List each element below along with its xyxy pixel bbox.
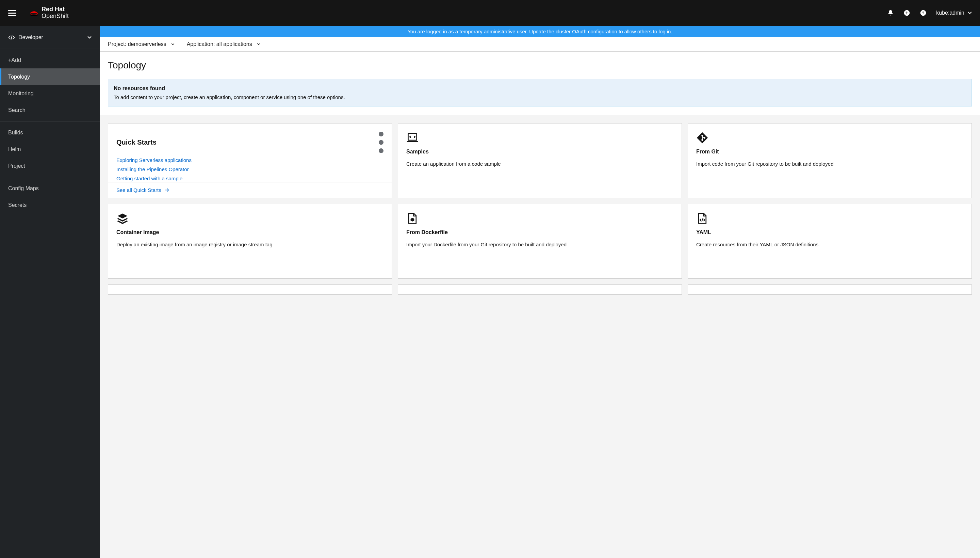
nav-item-configmaps[interactable]: Config Maps [0,180,100,197]
qs-link-pipelines[interactable]: Installing the Pipelines Operator [117,166,384,172]
qs-link-serverless[interactable]: Exploring Serverless applications [117,157,384,163]
nav-item-helm[interactable]: Helm [0,141,100,158]
application-dropdown[interactable]: Application: all applications [187,41,260,47]
card-title: Samples [406,149,673,155]
svg-point-7 [379,148,384,153]
masthead: Red Hat OpenShift ? kube:admin [0,0,980,26]
git-icon [696,132,708,144]
nav-item-secrets[interactable]: Secrets [0,197,100,213]
add-icon[interactable] [903,10,910,16]
card-desc: Import your Dockerfile from your Git rep… [406,241,673,249]
user-menu[interactable]: kube:admin [936,10,972,16]
perspective-label: Developer [18,34,43,41]
help-icon[interactable]: ? [920,10,927,16]
kebab-menu-icon[interactable] [379,132,384,153]
sidebar: Developer +Add Topology Monitoring Searc… [0,26,100,558]
oauth-config-link[interactable]: cluster OAuth configuration [556,29,617,34]
notifications-icon[interactable] [887,10,894,16]
qs-link-sample[interactable]: Getting started with a sample [117,176,384,181]
layers-icon [117,212,129,225]
nav-item-monitoring[interactable]: Monitoring [0,85,100,102]
file-cube-icon [406,212,419,225]
file-code-icon [696,212,708,225]
redhat-fedora-icon [29,10,39,16]
card-title: Container Image [117,229,384,235]
card-stub[interactable] [108,284,392,295]
context-toolbar: Project: demoserverless Application: all… [100,37,980,52]
svg-point-1 [30,13,38,15]
card-quickstarts: Quick Starts Exploring Serverless applic… [108,123,392,198]
chevron-down-icon [257,43,260,45]
card-stub[interactable] [688,284,972,295]
code-icon [8,34,15,41]
nav-item-topology[interactable]: Topology [0,68,100,85]
card-title: From Dockerfile [406,229,673,235]
card-desc: Import code from your Git repository to … [696,160,963,168]
card-title: From Git [696,149,963,155]
chevron-down-icon [171,43,174,45]
info-text: To add content to your project, create a… [114,94,966,100]
chevron-down-icon [968,11,972,14]
brand-line1: Red Hat [41,6,69,13]
arrow-right-icon [165,188,169,192]
card-title: YAML [696,229,963,235]
nav-item-builds[interactable]: Builds [0,124,100,141]
nav-item-search[interactable]: Search [0,102,100,118]
hamburger-menu-button[interactable] [8,9,16,17]
project-dropdown[interactable]: Project: demoserverless [108,41,174,47]
cards-grid: Quick Starts Exploring Serverless applic… [100,115,980,303]
nav-item-add[interactable]: +Add [0,52,100,68]
brand-line2: OpenShift [41,13,69,20]
svg-point-5 [379,132,384,136]
see-all-quickstarts-link[interactable]: See all Quick Starts [117,187,169,193]
brand-logo[interactable]: Red Hat OpenShift [29,6,69,20]
svg-text:?: ? [922,11,924,15]
nav-item-project[interactable]: Project [0,158,100,174]
auth-banner: You are logged in as a temporary adminis… [100,26,980,37]
svg-rect-9 [407,141,418,142]
card-samples[interactable]: Samples Create an application from a cod… [398,123,682,198]
user-name: kube:admin [936,10,964,16]
card-desc: Create an application from a code sample [406,160,673,168]
chevron-down-icon [87,36,92,39]
quickstarts-title: Quick Starts [117,138,156,146]
card-from-dockerfile[interactable]: From Dockerfile Import your Dockerfile f… [398,204,682,279]
card-desc: Deploy an existing image from an image r… [117,241,384,249]
perspective-switcher[interactable]: Developer [0,26,100,49]
empty-state-info: No resources found To add content to you… [108,79,972,107]
main-content: You are logged in as a temporary adminis… [100,26,980,558]
card-desc: Create resources from their YAML or JSON… [696,241,963,249]
card-stub[interactable] [398,284,682,295]
page-title: Topology [108,60,972,71]
card-from-git[interactable]: From Git Import code from your Git repos… [688,123,972,198]
card-yaml[interactable]: YAML Create resources from their YAML or… [688,204,972,279]
laptop-code-icon [406,132,419,144]
card-container-image[interactable]: Container Image Deploy an existing image… [108,204,392,279]
svg-point-6 [379,140,384,145]
info-title: No resources found [114,85,966,92]
